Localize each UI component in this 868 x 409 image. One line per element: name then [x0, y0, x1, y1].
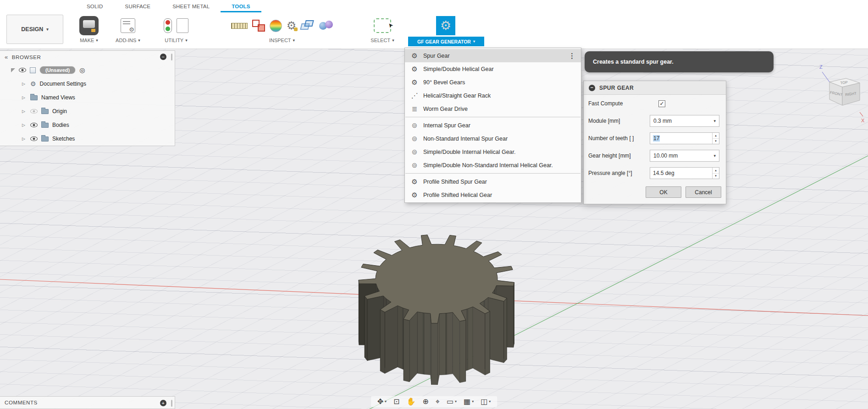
- gear-icon: ⚙: [129, 27, 134, 33]
- eye-icon[interactable]: [30, 123, 38, 127]
- tab-solid[interactable]: SOLID: [76, 0, 114, 12]
- look-at-button[interactable]: ⊡: [393, 398, 399, 405]
- browser-item-root[interactable]: (Unsaved) ◎: [0, 63, 175, 77]
- menu-item-profile-shifted-spur-gear[interactable]: ⚙ Profile Shifted Spur Gear: [405, 175, 581, 188]
- cancel-button[interactable]: Cancel: [686, 186, 721, 198]
- root-corner-icon: [11, 68, 15, 72]
- collapse-dialog-icon[interactable]: −: [589, 85, 595, 91]
- expand-arrow-icon[interactable]: ▷: [22, 95, 27, 100]
- panel-resize-grip[interactable]: [171, 54, 172, 60]
- chevron-down-icon[interactable]: ▾: [385, 400, 387, 404]
- expand-arrow-icon[interactable]: ▷: [22, 123, 27, 127]
- tab-sheet-metal[interactable]: SHEET METAL: [161, 0, 221, 12]
- parameters-icon[interactable]: [177, 18, 188, 33]
- menu-item-helical-gear[interactable]: ⚙ Simple/Double Helical Gear: [405, 62, 581, 76]
- document-name-badge[interactable]: (Unsaved): [39, 66, 76, 74]
- menu-item-spur-gear[interactable]: ⚙ Spur Gear ⋮: [405, 49, 581, 62]
- activate-component-icon[interactable]: ◎: [79, 66, 85, 74]
- teeth-input[interactable]: 17 ▴ ▾: [650, 132, 719, 144]
- orbit-icon: ✥: [377, 398, 383, 405]
- ok-button[interactable]: OK: [646, 186, 681, 198]
- draft-analysis-icon[interactable]: [319, 20, 333, 32]
- chevron-down-icon[interactable]: ▾: [489, 400, 491, 404]
- menu-item-worm-gear[interactable]: ≣ Worm Gear Drive: [405, 102, 581, 115]
- spin-up-icon[interactable]: ▴: [713, 133, 719, 139]
- pressure-angle-row: Pressure angle [°] 14.5 deg ▴ ▾: [584, 164, 726, 182]
- add-comment-icon[interactable]: +: [160, 400, 166, 406]
- gear-generator-icon[interactable]: ⚙: [436, 16, 455, 35]
- panel-resize-grip[interactable]: [171, 400, 172, 407]
- dialog-header[interactable]: − SPUR GEAR: [584, 81, 726, 95]
- display-settings-button[interactable]: ▭▾: [447, 398, 457, 405]
- select-tool-icon[interactable]: ➤: [374, 18, 391, 33]
- spin-up-icon[interactable]: ▴: [713, 168, 719, 174]
- chevron-down-icon: ▾: [713, 119, 716, 123]
- expand-arrow-icon[interactable]: ▷: [22, 136, 27, 141]
- navigation-bar: ✥▾ ⊡ ✋ ⊕ ⌖ ▭▾ ▦▾ ◫▾: [371, 396, 498, 407]
- utility-menu[interactable]: UTILITY▾: [165, 38, 187, 43]
- view-cube[interactable]: Z TOP FRONT RIGHT X: [815, 61, 866, 126]
- eye-off-icon[interactable]: [30, 109, 38, 114]
- tab-tools[interactable]: TOOLS: [221, 0, 261, 12]
- component-color-icon[interactable]: ⚙: [287, 20, 297, 31]
- spin-down-icon[interactable]: ▾: [713, 139, 719, 144]
- gear-generator-menu-button[interactable]: GF GEAR GENERATOR ▾: [408, 37, 484, 46]
- browser-item-bodies[interactable]: ▷ Bodies: [0, 118, 175, 132]
- collapse-panel-icon[interactable]: «: [5, 54, 8, 60]
- eye-icon[interactable]: [19, 68, 26, 72]
- comments-panel[interactable]: COMMENTS +: [0, 396, 175, 409]
- viewports-button[interactable]: ◫▾: [481, 398, 491, 405]
- gear-height-select[interactable]: 10.00 mm ▾: [650, 150, 719, 162]
- spur-gear-dialog: − SPUR GEAR Fast Compute ✓ Module [mm] 0…: [583, 81, 726, 204]
- spin-down-icon[interactable]: ▾: [713, 174, 719, 179]
- grid-settings-button[interactable]: ▦▾: [464, 398, 474, 405]
- menu-item-bevel-gears[interactable]: ⚙ 90° Bevel Gears: [405, 76, 581, 89]
- pressure-angle-stepper[interactable]: ▴ ▾: [712, 168, 719, 179]
- menu-item-internal-spur-gear[interactable]: ⊚ Internal Spur Gear: [405, 119, 581, 132]
- tab-surface[interactable]: SURFACE: [114, 0, 162, 12]
- chevron-down-icon[interactable]: ▾: [472, 400, 474, 404]
- menu-item-nonstandard-internal-helical-gear[interactable]: ⊚ Simple/Double Non-Standard Internal He…: [405, 158, 581, 172]
- fast-compute-checkbox[interactable]: ✓: [658, 100, 665, 107]
- addins-menu[interactable]: ADD-INS▾: [116, 38, 140, 43]
- menu-item-profile-shifted-helical-gear[interactable]: ⚙ Profile Shifted Helical Gear: [405, 188, 581, 202]
- zoom-button[interactable]: ⊕: [422, 398, 428, 405]
- menu-item-nonstandard-internal-spur-gear[interactable]: ⊚ Non-Standard Internal Spur Gear: [405, 132, 581, 145]
- module-select[interactable]: 0.3 mm ▾: [650, 115, 719, 127]
- folder-icon: [30, 95, 38, 100]
- make-3d-print-icon[interactable]: [79, 16, 99, 35]
- expand-arrow-icon[interactable]: ▷: [22, 82, 27, 86]
- section-analysis-icon[interactable]: [301, 20, 315, 32]
- chevron-down-icon[interactable]: ▾: [455, 400, 457, 404]
- orbit-button[interactable]: ✥▾: [377, 398, 387, 405]
- scripts-addins-icon[interactable]: ⚙: [121, 18, 135, 33]
- menu-separator: [405, 117, 581, 117]
- browser-item-origin[interactable]: ▷ Origin: [0, 104, 175, 118]
- inspect-menu[interactable]: INSPECT▾: [269, 38, 295, 43]
- more-options-icon[interactable]: ⋮: [569, 52, 575, 60]
- fast-compute-row: Fast Compute ✓: [584, 95, 726, 112]
- design-menu-button[interactable]: DESIGN ▾: [6, 15, 63, 44]
- browser-item-document-settings[interactable]: ▷ ⚙ Document Settings: [0, 77, 175, 91]
- browser-item-sketches[interactable]: ▷ Sketches: [0, 132, 175, 146]
- simulation-stoplight-icon[interactable]: [164, 18, 172, 33]
- internal-gear-icon: ⊚: [410, 148, 419, 155]
- panel-minus-icon[interactable]: −: [160, 54, 166, 60]
- pressure-angle-input[interactable]: 14.5 deg ▴ ▾: [650, 167, 719, 179]
- menu-item-gear-rack[interactable]: ⋰ Helical/Straight Gear Rack: [405, 89, 581, 102]
- select-menu[interactable]: SELECT▾: [370, 38, 394, 43]
- measure-icon[interactable]: [231, 23, 248, 29]
- interference-icon[interactable]: [252, 20, 265, 32]
- eye-icon[interactable]: [30, 136, 38, 141]
- teeth-stepper[interactable]: ▴ ▾: [712, 133, 719, 144]
- expand-arrow-icon[interactable]: ▷: [22, 109, 27, 114]
- browser-item-named-views[interactable]: ▷ Named Views: [0, 91, 175, 104]
- make-menu[interactable]: MAKE▾: [80, 38, 98, 43]
- folder-icon: [41, 136, 49, 142]
- menu-item-internal-helical-gear[interactable]: ⊚ Simple/Double Internal Helical Gear.: [405, 145, 581, 158]
- curvature-analysis-icon[interactable]: [270, 20, 282, 32]
- pan-button[interactable]: ✋: [407, 398, 416, 405]
- teeth-label: Number of teeth [ ]: [588, 135, 650, 142]
- fit-button[interactable]: ⌖: [436, 398, 440, 405]
- gear-height-label: Gear height [mm]: [588, 153, 650, 159]
